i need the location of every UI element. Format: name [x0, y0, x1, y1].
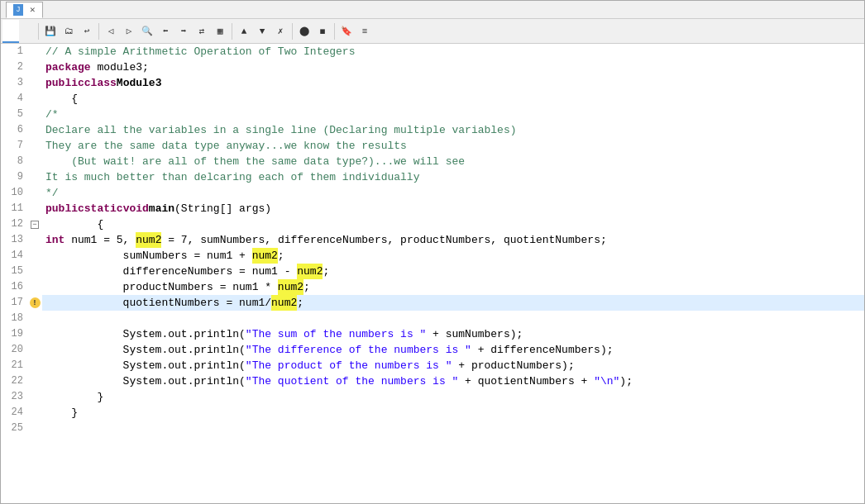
line-number: 25	[1, 421, 27, 436]
code-line	[42, 311, 864, 326]
empty-gutter	[27, 311, 42, 326]
code-line: System.out.println("The product of the n…	[42, 358, 864, 373]
title-bar: J ✕	[1, 1, 864, 19]
empty-gutter	[27, 326, 42, 342]
empty-gutter	[27, 342, 42, 358]
run-down-icon[interactable]: ▼	[253, 22, 271, 40]
empty-gutter	[27, 279, 42, 295]
stop-icon[interactable]: ◼	[313, 22, 332, 40]
replace-icon[interactable]: ⇄	[193, 22, 211, 40]
empty-gutter	[27, 44, 42, 59]
line-number: 2	[1, 59, 27, 75]
empty-gutter	[27, 122, 42, 138]
line-number: 9	[1, 169, 27, 185]
line-number: 4	[1, 91, 27, 107]
line-number: 20	[1, 342, 27, 358]
line-number: 13	[1, 232, 27, 248]
line-number: 21	[1, 358, 27, 373]
history-tab[interactable]	[19, 20, 36, 43]
editor-area: 1234567891011121314151617181920212223242…	[1, 44, 864, 503]
fold-gutter: −	[27, 216, 42, 232]
source-tab[interactable]	[2, 20, 19, 43]
empty-gutter	[27, 91, 42, 107]
empty-gutter	[27, 138, 42, 154]
code-line: }	[42, 389, 864, 405]
code-line: differenceNumbers = num1 - num2;	[42, 264, 864, 279]
line-number: 15	[1, 264, 27, 279]
code-line: System.out.println("The difference of th…	[42, 342, 864, 358]
empty-gutter	[27, 75, 42, 91]
line-number: 7	[1, 138, 27, 154]
empty-gutter	[27, 248, 42, 264]
empty-gutter	[27, 107, 42, 122]
java-file-icon: J	[13, 4, 23, 16]
code-lines: // A simple Arithmetic Operation of Two …	[42, 44, 864, 503]
breakpoint-icon[interactable]: ⬤	[295, 22, 313, 40]
find-prev-icon[interactable]: ⬅	[156, 22, 174, 40]
line-number: 16	[1, 279, 27, 295]
code-line: }	[42, 405, 864, 421]
line-number: 12	[1, 216, 27, 232]
line-number: 18	[1, 311, 27, 326]
main-window: J ✕ 💾 🗂 ↩ ◁ ▷ 🔍 ⬅ ➡ ⇄ ▦ ▲ ▼ ✗ ⬤ ◼ 🔖 ≡	[0, 0, 865, 504]
line-numbers: 1234567891011121314151617181920212223242…	[1, 44, 27, 503]
save-all-icon[interactable]: 🗂	[60, 22, 78, 40]
separator-5	[334, 23, 335, 40]
separator-4	[292, 23, 293, 40]
warning-gutter: !	[27, 295, 42, 311]
code-line: package module3;	[42, 59, 864, 75]
fold-icon[interactable]: −	[31, 221, 39, 229]
empty-gutter	[27, 232, 42, 248]
line-number: 10	[1, 185, 27, 201]
run-up-icon[interactable]: ▲	[235, 22, 253, 40]
empty-gutter	[27, 59, 42, 75]
gutter: −!	[27, 44, 42, 503]
code-line: It is much better than delcaring each of…	[42, 169, 864, 185]
empty-gutter	[27, 264, 42, 279]
separator-1	[38, 23, 39, 40]
bookmark-add-icon[interactable]: 🔖	[337, 22, 356, 40]
line-number: 11	[1, 201, 27, 216]
code-line: quotientNumbers = num1/num2;	[42, 295, 864, 311]
toolbar: 💾 🗂 ↩ ◁ ▷ 🔍 ⬅ ➡ ⇄ ▦ ▲ ▼ ✗ ⬤ ◼ 🔖 ≡	[1, 19, 864, 44]
code-line: Declare all the variables in a single li…	[42, 122, 864, 138]
empty-gutter	[27, 358, 42, 373]
code-line: public class Module3	[42, 75, 864, 91]
revert-icon[interactable]: ↩	[78, 22, 96, 40]
code-editor[interactable]: 1234567891011121314151617181920212223242…	[1, 44, 864, 503]
line-number: 23	[1, 389, 27, 405]
line-number: 5	[1, 107, 27, 122]
empty-gutter	[27, 421, 42, 436]
code-line: System.out.println("The quotient of the …	[42, 373, 864, 389]
code-line: /*	[42, 107, 864, 122]
line-number: 14	[1, 248, 27, 264]
file-tab[interactable]: J ✕	[6, 2, 43, 18]
find-icon[interactable]: 🔍	[138, 22, 156, 40]
code-line: sumNumbers = num1 + num2;	[42, 248, 864, 264]
code-line: System.out.println("The sum of the numbe…	[42, 326, 864, 342]
separator-2	[98, 23, 99, 40]
line-number: 3	[1, 75, 27, 91]
code-line: {	[42, 216, 864, 232]
empty-gutter	[27, 154, 42, 169]
line-number: 8	[1, 154, 27, 169]
code-line: */	[42, 185, 864, 201]
find-next-icon[interactable]: ➡	[174, 22, 193, 40]
code-line: {	[42, 91, 864, 107]
line-number: 6	[1, 122, 27, 138]
line-number: 24	[1, 405, 27, 421]
redo-icon[interactable]: ▷	[120, 22, 138, 40]
highlight-icon[interactable]: ▦	[211, 22, 229, 40]
save-icon[interactable]: 💾	[41, 22, 60, 40]
line-number: 19	[1, 326, 27, 342]
empty-gutter	[27, 169, 42, 185]
line-number: 1	[1, 44, 27, 59]
clear-icon[interactable]: ✗	[271, 22, 289, 40]
empty-gutter	[27, 389, 42, 405]
undo-icon[interactable]: ◁	[102, 22, 120, 40]
code-line: (But wait! are all of them the same data…	[42, 154, 864, 169]
empty-gutter	[27, 405, 42, 421]
close-tab-button[interactable]: ✕	[30, 4, 36, 15]
code-line: They are the same data type anyway...we …	[42, 138, 864, 154]
bookmark-list-icon[interactable]: ≡	[356, 22, 374, 40]
